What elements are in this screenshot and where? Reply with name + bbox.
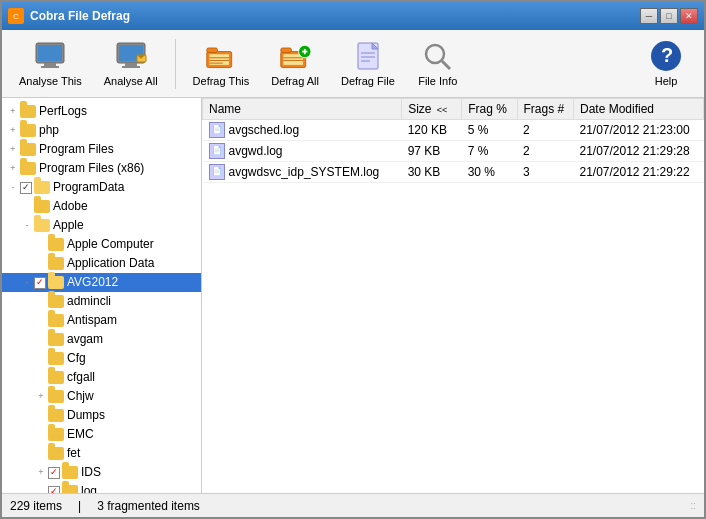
folder-icon-dumps <box>48 409 64 422</box>
col-header-size[interactable]: Size << <box>402 99 462 120</box>
file-icon-1: 📄 <box>209 122 225 138</box>
table-row[interactable]: 📄 avgsched.log 120 KB 5 % 2 21/07/2012 2… <box>203 120 704 141</box>
tree-item-apple-computer[interactable]: Apple Computer <box>2 235 201 254</box>
tree-toggle-antispam[interactable] <box>34 314 48 328</box>
checkbox-log[interactable] <box>48 486 60 494</box>
folder-icon-avgam <box>48 333 64 346</box>
tree-item-cfg[interactable]: Cfg <box>2 349 201 368</box>
tree-item-emc[interactable]: EMC <box>2 425 201 444</box>
folder-icon-cfg <box>48 352 64 365</box>
defrag-file-button[interactable]: Defrag File <box>332 35 404 93</box>
help-button[interactable]: ? Help <box>636 35 696 93</box>
folder-icon-antispam <box>48 314 64 327</box>
cell-size-1: 120 KB <box>402 120 462 141</box>
file-icon-2: 📄 <box>209 143 225 159</box>
tree-toggle-ids[interactable]: + <box>34 466 48 480</box>
tree-item-avg2012[interactable]: - AVG2012 <box>2 273 201 292</box>
checkbox-avg2012[interactable] <box>34 277 46 289</box>
cell-fragsnum-3: 3 <box>517 162 573 183</box>
col-header-date-modified[interactable]: Date Modified <box>573 99 703 120</box>
tree-item-program-data[interactable]: - ProgramData <box>2 178 201 197</box>
cell-fragpct-3: 30 % <box>462 162 517 183</box>
svg-text:?: ? <box>661 44 673 66</box>
tree-item-ids[interactable]: + IDS <box>2 463 201 482</box>
tree-item-antispam[interactable]: Antispam <box>2 311 201 330</box>
cell-name-1: 📄 avgsched.log <box>203 120 402 141</box>
main-content: + PerfLogs + php + Program Files + Progr… <box>2 98 704 493</box>
tree-toggle-program-data[interactable]: - <box>6 181 20 195</box>
minimize-button[interactable]: ─ <box>640 8 658 24</box>
tree-item-dumps[interactable]: Dumps <box>2 406 201 425</box>
tree-item-chjw[interactable]: + Chjw <box>2 387 201 406</box>
tree-toggle-fet[interactable] <box>34 447 48 461</box>
tree-toggle-application-data[interactable] <box>34 257 48 271</box>
file-panel[interactable]: Name Size << Frag % Frags # <box>202 98 704 493</box>
tree-item-adobe[interactable]: Adobe <box>2 197 201 216</box>
folder-icon-perflogs <box>20 105 36 118</box>
tree-toggle-apple[interactable]: - <box>20 219 34 233</box>
col-header-name[interactable]: Name <box>203 99 402 120</box>
tree-label-program-files-x86: Program Files (x86) <box>39 160 144 177</box>
tree-toggle-program-files-x86[interactable]: + <box>6 162 20 176</box>
svg-rect-13 <box>207 48 218 52</box>
tree-label-avg2012: AVG2012 <box>67 274 118 291</box>
tree-item-admincli[interactable]: admincli <box>2 292 201 311</box>
tree-toggle-php[interactable]: + <box>6 124 20 138</box>
tree-toggle-avgam[interactable] <box>34 333 48 347</box>
tree-toggle-emc[interactable] <box>34 428 48 442</box>
file-info-button[interactable]: File Info <box>408 35 468 93</box>
table-header-row: Name Size << Frag % Frags # <box>203 99 704 120</box>
tree-item-log[interactable]: log <box>2 482 201 493</box>
tree-item-apple[interactable]: - Apple <box>2 216 201 235</box>
tree-toggle-chjw[interactable]: + <box>34 390 48 404</box>
tree-label-program-files: Program Files <box>39 141 114 158</box>
tree-label-apple-computer: Apple Computer <box>67 236 154 253</box>
table-row[interactable]: 📄 avgwdsvc_idp_SYSTEM.log 30 KB 30 % 3 2… <box>203 162 704 183</box>
tree-label-adobe: Adobe <box>53 198 88 215</box>
maximize-button[interactable]: □ <box>660 8 678 24</box>
cell-size-2: 97 KB <box>402 141 462 162</box>
tree-label-php: php <box>39 122 59 139</box>
file-icon-3: 📄 <box>209 164 225 180</box>
defrag-file-label: Defrag File <box>341 75 395 87</box>
analyse-this-button[interactable]: Analyse This <box>10 35 91 93</box>
analyse-all-button[interactable]: Analyse All <box>95 35 167 93</box>
col-header-frag-pct[interactable]: Frag % <box>462 99 517 120</box>
close-button[interactable]: ✕ <box>680 8 698 24</box>
defrag-all-button[interactable]: Defrag All <box>262 35 328 93</box>
status-item-count: 229 items <box>10 499 62 513</box>
folder-icon-emc <box>48 428 64 441</box>
cell-name-3: 📄 avgwdsvc_idp_SYSTEM.log <box>203 162 402 183</box>
analyse-this-icon <box>34 40 66 72</box>
col-header-frags-num[interactable]: Frags # <box>517 99 573 120</box>
checkbox-ids[interactable] <box>48 467 60 479</box>
defrag-this-button[interactable]: Defrag This <box>184 35 259 93</box>
tree-toggle-perflogs[interactable]: + <box>6 105 20 119</box>
tree-label-admincli: admincli <box>67 293 111 310</box>
tree-toggle-cfg[interactable] <box>34 352 48 366</box>
tree-toggle-apple-computer[interactable] <box>34 238 48 252</box>
checkbox-program-data[interactable] <box>20 182 32 194</box>
tree-toggle-avg2012[interactable]: - <box>20 276 34 290</box>
tree-item-avgam[interactable]: avgam <box>2 330 201 349</box>
tree-item-program-files-x86[interactable]: + Program Files (x86) <box>2 159 201 178</box>
tree-panel[interactable]: + PerfLogs + php + Program Files + Progr… <box>2 98 202 493</box>
tree-toggle-admincli[interactable] <box>34 295 48 309</box>
defrag-all-icon <box>279 40 311 72</box>
tree-toggle-cfgall[interactable] <box>34 371 48 385</box>
tree-item-php[interactable]: + php <box>2 121 201 140</box>
tree-item-fet[interactable]: fet <box>2 444 201 463</box>
tree-label-cfg: Cfg <box>67 350 86 367</box>
tree-toggle-dumps[interactable] <box>34 409 48 423</box>
tree-item-cfgall[interactable]: cfgall <box>2 368 201 387</box>
tree-item-perflogs[interactable]: + PerfLogs <box>2 102 201 121</box>
resize-handle[interactable]: :: <box>690 500 696 511</box>
table-row[interactable]: 📄 avgwd.log 97 KB 7 % 2 21/07/2012 21:29… <box>203 141 704 162</box>
folder-icon-admincli <box>48 295 64 308</box>
tree-toggle-adobe[interactable] <box>20 200 34 214</box>
tree-item-program-files[interactable]: + Program Files <box>2 140 201 159</box>
tree-toggle-program-files[interactable]: + <box>6 143 20 157</box>
tree-item-application-data[interactable]: Application Data <box>2 254 201 273</box>
tree-toggle-log[interactable] <box>34 485 48 494</box>
app-icon: C <box>8 8 24 24</box>
